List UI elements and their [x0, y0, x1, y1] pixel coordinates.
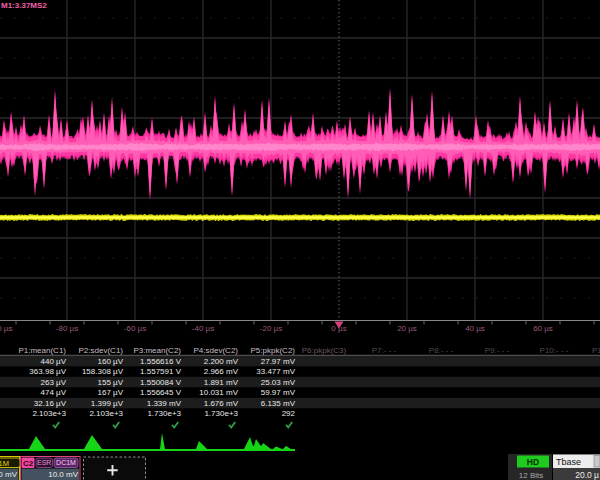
svg-text:1.339 mV: 1.339 mV: [147, 399, 182, 408]
svg-text:-40 µs: -40 µs: [192, 324, 214, 333]
svg-text:P1: P1: [592, 346, 600, 355]
svg-text:ESR: ESR: [37, 459, 51, 466]
svg-text:59.97 mV: 59.97 mV: [261, 388, 296, 397]
svg-text:1.399 µV: 1.399 µV: [91, 399, 124, 408]
svg-text:10.0 mV: 10.0 mV: [48, 470, 78, 479]
svg-text:1.730e+3: 1.730e+3: [204, 409, 238, 418]
svg-text:160 µV: 160 µV: [97, 357, 123, 366]
svg-text:P6:pkpk(C3): P6:pkpk(C3): [302, 346, 347, 355]
svg-text:P2:sdev(C1): P2:sdev(C1): [79, 346, 124, 355]
svg-text:1.730e+3: 1.730e+3: [147, 409, 181, 418]
svg-text:20 µs: 20 µs: [397, 324, 417, 333]
svg-text:M1:3.37MS2: M1:3.37MS2: [1, 1, 47, 10]
svg-text:12 Bits: 12 Bits: [519, 471, 543, 480]
svg-text:-20 µs: -20 µs: [260, 324, 282, 333]
svg-text:P9:- - -: P9:- - -: [485, 346, 510, 355]
svg-text:6.135 mV: 6.135 mV: [261, 399, 296, 408]
svg-text:DC1M: DC1M: [0, 459, 9, 468]
svg-text:P8:- - -: P8:- - -: [429, 346, 454, 355]
svg-text:363.98 µV: 363.98 µV: [29, 367, 66, 376]
svg-text:P5:pkpk(C2): P5:pkpk(C2): [251, 346, 296, 355]
svg-text:1.556645 V: 1.556645 V: [140, 388, 182, 397]
svg-text:33.477 mV: 33.477 mV: [256, 367, 295, 376]
svg-text:474 µV: 474 µV: [40, 388, 66, 397]
svg-text:1.556616 V: 1.556616 V: [140, 357, 182, 366]
svg-text:C2: C2: [23, 459, 34, 468]
svg-text:27.97 mV: 27.97 mV: [261, 357, 296, 366]
svg-text:158.308 µV: 158.308 µV: [82, 367, 124, 376]
svg-text:P10:- - -: P10:- - -: [540, 346, 569, 355]
svg-text:1.676 mV: 1.676 mV: [204, 399, 239, 408]
svg-text:P3:mean(C2): P3:mean(C2): [133, 346, 181, 355]
svg-text:-100 µs: -100 µs: [0, 324, 12, 333]
svg-text:Tbase: Tbase: [556, 457, 581, 467]
svg-text:2.103e+3: 2.103e+3: [32, 409, 66, 418]
svg-text:P7:- - -: P7:- - -: [372, 346, 397, 355]
svg-text:1.891 mV: 1.891 mV: [204, 378, 239, 387]
svg-text:-60 µs: -60 µs: [124, 324, 146, 333]
svg-text:10.031 mV: 10.031 mV: [199, 388, 238, 397]
svg-text:HD: HD: [527, 457, 539, 467]
svg-text:60 µs: 60 µs: [533, 324, 553, 333]
svg-text:155 µV: 155 µV: [97, 378, 123, 387]
svg-text:25.03 mV: 25.03 mV: [261, 378, 296, 387]
svg-text:167 µV: 167 µV: [97, 388, 123, 397]
svg-text:1.557591 V: 1.557591 V: [140, 367, 182, 376]
svg-text:-80 µs: -80 µs: [56, 324, 78, 333]
svg-text:2.966 mV: 2.966 mV: [204, 367, 239, 376]
svg-text:40 µs: 40 µs: [465, 324, 485, 333]
svg-text:2.200 mV: 2.200 mV: [204, 357, 239, 366]
svg-text:292: 292: [282, 409, 296, 418]
svg-text:DC1M: DC1M: [56, 459, 76, 466]
svg-text:32.16 µV: 32.16 µV: [34, 399, 67, 408]
svg-text:P1:mean(C1): P1:mean(C1): [18, 346, 66, 355]
svg-text:P4:sdev(C2): P4:sdev(C2): [194, 346, 239, 355]
svg-text:0 mV: 0 mV: [0, 470, 18, 479]
svg-text:263 µV: 263 µV: [40, 378, 66, 387]
svg-text:2.103e+3: 2.103e+3: [89, 409, 123, 418]
svg-text:20.0 µ: 20.0 µ: [575, 470, 599, 480]
svg-text:1.550084 V: 1.550084 V: [140, 378, 182, 387]
svg-text:440 µV: 440 µV: [40, 357, 66, 366]
